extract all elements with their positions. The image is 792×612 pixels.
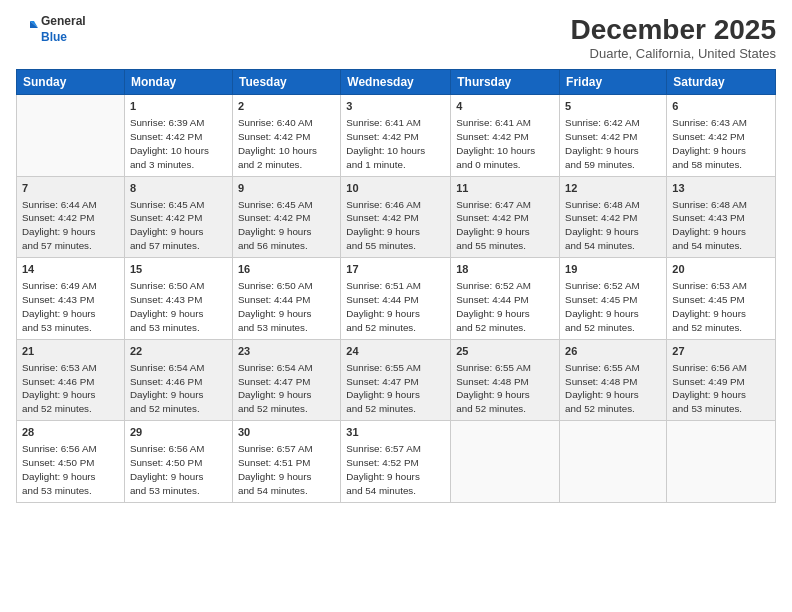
calendar-week-row: 7Sunrise: 6:44 AMSunset: 4:42 PMDaylight… (17, 176, 776, 258)
calendar-cell (667, 421, 776, 503)
day-info: Sunrise: 6:44 AMSunset: 4:42 PMDaylight:… (22, 198, 119, 254)
day-number: 29 (130, 425, 227, 441)
day-number: 23 (238, 344, 335, 360)
day-info: Sunrise: 6:42 AMSunset: 4:42 PMDaylight:… (565, 116, 661, 172)
calendar-cell: 27Sunrise: 6:56 AMSunset: 4:49 PMDayligh… (667, 339, 776, 421)
calendar-cell: 9Sunrise: 6:45 AMSunset: 4:42 PMDaylight… (232, 176, 340, 258)
calendar-cell: 25Sunrise: 6:55 AMSunset: 4:48 PMDayligh… (451, 339, 560, 421)
day-number: 26 (565, 344, 661, 360)
day-info: Sunrise: 6:41 AMSunset: 4:42 PMDaylight:… (456, 116, 554, 172)
day-number: 20 (672, 262, 770, 278)
calendar-cell: 30Sunrise: 6:57 AMSunset: 4:51 PMDayligh… (232, 421, 340, 503)
day-info: Sunrise: 6:50 AMSunset: 4:44 PMDaylight:… (238, 279, 335, 335)
calendar-cell: 12Sunrise: 6:48 AMSunset: 4:42 PMDayligh… (560, 176, 667, 258)
day-number: 24 (346, 344, 445, 360)
header: General Blue December 2025 Duarte, Calif… (16, 14, 776, 61)
calendar-cell: 18Sunrise: 6:52 AMSunset: 4:44 PMDayligh… (451, 258, 560, 340)
logo-general: General (41, 14, 86, 30)
day-info: Sunrise: 6:52 AMSunset: 4:44 PMDaylight:… (456, 279, 554, 335)
calendar-cell: 31Sunrise: 6:57 AMSunset: 4:52 PMDayligh… (341, 421, 451, 503)
calendar-cell: 6Sunrise: 6:43 AMSunset: 4:42 PMDaylight… (667, 95, 776, 177)
day-info: Sunrise: 6:55 AMSunset: 4:47 PMDaylight:… (346, 361, 445, 417)
day-number: 11 (456, 181, 554, 197)
calendar-cell: 26Sunrise: 6:55 AMSunset: 4:48 PMDayligh… (560, 339, 667, 421)
day-number: 7 (22, 181, 119, 197)
day-number: 31 (346, 425, 445, 441)
calendar-cell: 3Sunrise: 6:41 AMSunset: 4:42 PMDaylight… (341, 95, 451, 177)
day-info: Sunrise: 6:57 AMSunset: 4:52 PMDaylight:… (346, 442, 445, 498)
calendar-cell: 13Sunrise: 6:48 AMSunset: 4:43 PMDayligh… (667, 176, 776, 258)
header-monday: Monday (124, 70, 232, 95)
day-info: Sunrise: 6:54 AMSunset: 4:47 PMDaylight:… (238, 361, 335, 417)
day-number: 18 (456, 262, 554, 278)
calendar-cell: 15Sunrise: 6:50 AMSunset: 4:43 PMDayligh… (124, 258, 232, 340)
day-info: Sunrise: 6:53 AMSunset: 4:46 PMDaylight:… (22, 361, 119, 417)
location: Duarte, California, United States (571, 46, 776, 61)
header-sunday: Sunday (17, 70, 125, 95)
day-info: Sunrise: 6:46 AMSunset: 4:42 PMDaylight:… (346, 198, 445, 254)
day-info: Sunrise: 6:55 AMSunset: 4:48 PMDaylight:… (456, 361, 554, 417)
day-number: 14 (22, 262, 119, 278)
calendar-cell: 10Sunrise: 6:46 AMSunset: 4:42 PMDayligh… (341, 176, 451, 258)
day-info: Sunrise: 6:48 AMSunset: 4:43 PMDaylight:… (672, 198, 770, 254)
day-number: 15 (130, 262, 227, 278)
calendar-cell: 4Sunrise: 6:41 AMSunset: 4:42 PMDaylight… (451, 95, 560, 177)
calendar-cell: 29Sunrise: 6:56 AMSunset: 4:50 PMDayligh… (124, 421, 232, 503)
day-info: Sunrise: 6:53 AMSunset: 4:45 PMDaylight:… (672, 279, 770, 335)
calendar-cell: 24Sunrise: 6:55 AMSunset: 4:47 PMDayligh… (341, 339, 451, 421)
day-number: 30 (238, 425, 335, 441)
calendar-cell: 7Sunrise: 6:44 AMSunset: 4:42 PMDaylight… (17, 176, 125, 258)
calendar-cell: 1Sunrise: 6:39 AMSunset: 4:42 PMDaylight… (124, 95, 232, 177)
day-info: Sunrise: 6:47 AMSunset: 4:42 PMDaylight:… (456, 198, 554, 254)
day-number: 13 (672, 181, 770, 197)
calendar-table: Sunday Monday Tuesday Wednesday Thursday… (16, 69, 776, 503)
day-number: 2 (238, 99, 335, 115)
day-number: 10 (346, 181, 445, 197)
day-info: Sunrise: 6:41 AMSunset: 4:42 PMDaylight:… (346, 116, 445, 172)
day-number: 9 (238, 181, 335, 197)
day-info: Sunrise: 6:43 AMSunset: 4:42 PMDaylight:… (672, 116, 770, 172)
calendar-cell: 23Sunrise: 6:54 AMSunset: 4:47 PMDayligh… (232, 339, 340, 421)
title-area: December 2025 Duarte, California, United… (571, 14, 776, 61)
calendar-cell (451, 421, 560, 503)
day-info: Sunrise: 6:51 AMSunset: 4:44 PMDaylight:… (346, 279, 445, 335)
day-number: 22 (130, 344, 227, 360)
day-info: Sunrise: 6:55 AMSunset: 4:48 PMDaylight:… (565, 361, 661, 417)
calendar-cell (560, 421, 667, 503)
day-number: 16 (238, 262, 335, 278)
calendar-cell: 5Sunrise: 6:42 AMSunset: 4:42 PMDaylight… (560, 95, 667, 177)
day-number: 17 (346, 262, 445, 278)
day-number: 21 (22, 344, 119, 360)
day-info: Sunrise: 6:45 AMSunset: 4:42 PMDaylight:… (238, 198, 335, 254)
day-info: Sunrise: 6:40 AMSunset: 4:42 PMDaylight:… (238, 116, 335, 172)
day-number: 28 (22, 425, 119, 441)
month-title: December 2025 (571, 14, 776, 46)
day-info: Sunrise: 6:48 AMSunset: 4:42 PMDaylight:… (565, 198, 661, 254)
header-saturday: Saturday (667, 70, 776, 95)
calendar-week-row: 14Sunrise: 6:49 AMSunset: 4:43 PMDayligh… (17, 258, 776, 340)
day-info: Sunrise: 6:57 AMSunset: 4:51 PMDaylight:… (238, 442, 335, 498)
calendar-header-row: Sunday Monday Tuesday Wednesday Thursday… (17, 70, 776, 95)
day-info: Sunrise: 6:39 AMSunset: 4:42 PMDaylight:… (130, 116, 227, 172)
day-info: Sunrise: 6:56 AMSunset: 4:50 PMDaylight:… (22, 442, 119, 498)
calendar-cell: 21Sunrise: 6:53 AMSunset: 4:46 PMDayligh… (17, 339, 125, 421)
day-info: Sunrise: 6:50 AMSunset: 4:43 PMDaylight:… (130, 279, 227, 335)
day-number: 19 (565, 262, 661, 278)
day-info: Sunrise: 6:54 AMSunset: 4:46 PMDaylight:… (130, 361, 227, 417)
logo-blue: Blue (41, 30, 86, 46)
calendar-cell: 14Sunrise: 6:49 AMSunset: 4:43 PMDayligh… (17, 258, 125, 340)
day-info: Sunrise: 6:56 AMSunset: 4:50 PMDaylight:… (130, 442, 227, 498)
calendar-week-row: 21Sunrise: 6:53 AMSunset: 4:46 PMDayligh… (17, 339, 776, 421)
day-info: Sunrise: 6:49 AMSunset: 4:43 PMDaylight:… (22, 279, 119, 335)
day-number: 27 (672, 344, 770, 360)
calendar-cell: 17Sunrise: 6:51 AMSunset: 4:44 PMDayligh… (341, 258, 451, 340)
calendar-cell: 2Sunrise: 6:40 AMSunset: 4:42 PMDaylight… (232, 95, 340, 177)
calendar-cell: 22Sunrise: 6:54 AMSunset: 4:46 PMDayligh… (124, 339, 232, 421)
day-number: 12 (565, 181, 661, 197)
calendar-cell: 19Sunrise: 6:52 AMSunset: 4:45 PMDayligh… (560, 258, 667, 340)
day-number: 5 (565, 99, 661, 115)
logo-svg-icon (16, 19, 38, 41)
calendar-cell: 11Sunrise: 6:47 AMSunset: 4:42 PMDayligh… (451, 176, 560, 258)
calendar-week-row: 28Sunrise: 6:56 AMSunset: 4:50 PMDayligh… (17, 421, 776, 503)
calendar-week-row: 1Sunrise: 6:39 AMSunset: 4:42 PMDaylight… (17, 95, 776, 177)
